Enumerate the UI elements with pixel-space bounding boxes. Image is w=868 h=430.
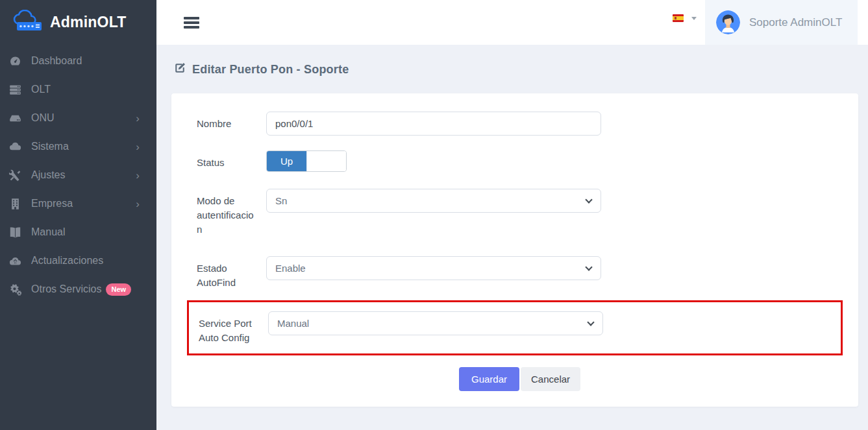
new-badge: New: [106, 283, 131, 296]
chevron-right-icon: ›: [136, 141, 140, 152]
sidebar-item-label: Actualizaciones: [31, 255, 103, 267]
auth-mode-select[interactable]: Sn: [266, 189, 601, 213]
sidebar-item-actualizaciones[interactable]: Actualizaciones: [0, 246, 156, 275]
service-port-label: Service Port Auto Config: [199, 311, 258, 345]
sidebar-item-manual[interactable]: Manual: [0, 218, 156, 246]
sidebar-item-label: Manual: [31, 226, 65, 238]
auth-mode-label: Modo de autentificacion: [197, 189, 256, 237]
adminolt-logo-icon: [10, 10, 44, 36]
sidebar-item-olt[interactable]: OLT: [0, 75, 156, 104]
cloud-upload-icon: [9, 255, 21, 267]
language-selector[interactable]: [673, 14, 697, 22]
user-name: Soporte AdminOLT: [749, 16, 842, 29]
brand[interactable]: AdminOLT: [0, 0, 156, 45]
sidebar-item-sistema[interactable]: Sistema›: [0, 132, 156, 161]
user-avatar: [716, 10, 740, 34]
sidebar: AdminOLT DashboardOLTONU›Sistema›Ajustes…: [0, 0, 156, 430]
status-toggle-handle: [306, 151, 346, 171]
sidebar-item-otros-servicios[interactable]: Otros ServiciosNew: [0, 275, 156, 304]
sidebar-item-label: OLT: [31, 84, 51, 95]
edit-pon-form-card: Nombre Status Up Modo de autentificacion…: [171, 93, 858, 407]
edit-icon: [174, 62, 186, 77]
sidebar-nav: DashboardOLTONU›Sistema›Ajustes›Empresa›…: [0, 45, 156, 304]
status-label: Status: [197, 150, 256, 170]
top-header: Soporte AdminOLT: [156, 0, 868, 45]
sidebar-item-label: ONU: [31, 112, 55, 124]
chevron-right-icon: ›: [136, 198, 140, 209]
sidebar-item-label: Sistema: [31, 141, 69, 152]
sidebar-item-label: Empresa: [31, 198, 73, 209]
page-title: Editar Puerto Pon - Soporte: [174, 62, 868, 77]
nombre-input[interactable]: [266, 112, 601, 136]
brand-name: AdminOLT: [50, 14, 126, 31]
spain-flag-icon: [673, 14, 684, 22]
device-icon: [9, 112, 21, 125]
form-row-auth-mode: Modo de autentificacion Sn: [187, 189, 843, 237]
sidebar-item-label: Ajustes: [31, 169, 65, 181]
save-button[interactable]: Guardar: [459, 367, 519, 391]
service-port-highlight-box: Service Port Auto Config Manual: [187, 300, 843, 355]
tools-icon: [9, 169, 21, 182]
nombre-label: Nombre: [197, 112, 256, 131]
gears-icon: [9, 283, 21, 296]
sidebar-item-ajustes[interactable]: Ajustes›: [0, 161, 156, 189]
gauge-icon: [9, 55, 21, 67]
service-port-select[interactable]: Manual: [268, 311, 603, 335]
chevron-right-icon: ›: [136, 113, 140, 124]
cancel-button[interactable]: Cancelar: [521, 367, 580, 391]
book-icon: [9, 226, 21, 239]
caret-down-icon: [691, 17, 697, 20]
autofind-label: Estado AutoFind: [197, 256, 256, 290]
chevron-right-icon: ›: [136, 170, 140, 181]
status-toggle[interactable]: Up: [266, 150, 347, 172]
form-row-autofind: Estado AutoFind Enable: [187, 256, 843, 290]
autofind-select[interactable]: Enable: [266, 256, 601, 280]
sidebar-item-onu[interactable]: ONU›: [0, 104, 156, 132]
sidebar-item-label: Otros Servicios: [31, 283, 101, 295]
sidebar-item-empresa[interactable]: Empresa›: [0, 189, 156, 218]
menu-toggle-button[interactable]: [184, 17, 199, 30]
user-menu[interactable]: Soporte AdminOLT: [705, 0, 858, 45]
sidebar-item-label: Dashboard: [31, 55, 82, 67]
sidebar-item-dashboard[interactable]: Dashboard: [0, 47, 156, 75]
form-row-status: Status Up: [187, 150, 843, 172]
form-row-nombre: Nombre: [187, 112, 843, 136]
status-toggle-on-label: Up: [267, 151, 306, 171]
cloud-icon: [9, 141, 21, 153]
building-icon: [9, 198, 21, 210]
form-actions: Guardar Cancelar: [459, 367, 843, 391]
main-content: Editar Puerto Pon - Soporte Nombre Statu…: [156, 45, 868, 430]
page-title-text: Editar Puerto Pon - Soporte: [192, 63, 349, 77]
server-icon: [9, 84, 21, 96]
